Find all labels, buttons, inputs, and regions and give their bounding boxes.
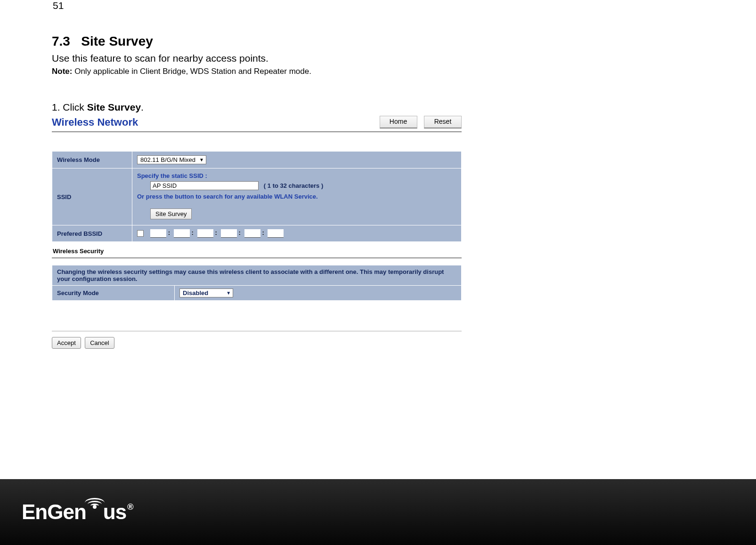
- bssid-seg-2[interactable]: [174, 229, 190, 238]
- step-prefix: 1. Click: [52, 102, 87, 112]
- section-description: Use this feature to scan for nearby acce…: [52, 53, 476, 64]
- embedded-ui-screenshot: Wireless Network Home Reset Wireless Mod…: [52, 116, 462, 349]
- logo-text-en: EnGen: [22, 500, 86, 524]
- row-security-mode: Security Mode Disabled ▼: [52, 286, 462, 301]
- section-name: Site Survey: [81, 34, 153, 48]
- action-row: Accept Cancel: [52, 331, 462, 349]
- wireless-mode-label: Wireless Mode: [52, 152, 132, 168]
- site-survey-button[interactable]: Site Survey: [150, 208, 192, 219]
- security-table: Changing the wireless security settings …: [52, 265, 462, 301]
- wireless-form-table: Wireless Mode 802.11 B/G/N Mixed ▼ SSID …: [52, 151, 462, 242]
- colon: :: [237, 229, 243, 236]
- bssid-seg-5[interactable]: [244, 229, 260, 238]
- ssid-or-press-text: Or press the button to search for any av…: [137, 193, 456, 200]
- logo-text-us: us: [103, 500, 126, 524]
- engenius-logo: EnGen us ®: [22, 500, 133, 524]
- ssid-input[interactable]: [150, 181, 259, 190]
- bssid-checkbox[interactable]: [137, 230, 144, 237]
- divider: [52, 331, 462, 331]
- note-text: Only applicable in Client Bridge, WDS St…: [72, 67, 311, 76]
- row-bssid: Prefered BSSID : : : : :: [52, 225, 462, 242]
- note-label: Note:: [52, 67, 72, 76]
- chevron-down-icon: ▼: [226, 290, 231, 296]
- wireless-security-subheading: Wireless Security: [53, 248, 462, 255]
- section-number: 7.3: [52, 34, 70, 48]
- colon: :: [166, 229, 172, 236]
- bssid-seg-6[interactable]: [268, 229, 284, 238]
- ssid-label: SSID: [52, 168, 132, 225]
- ssid-specify-text: Specify the static SSID :: [137, 172, 456, 179]
- section-title: 7.3 Site Survey: [52, 34, 476, 49]
- wireless-mode-field: 802.11 B/G/N Mixed ▼: [132, 152, 462, 168]
- colon: :: [260, 229, 266, 236]
- bssid-seg-3[interactable]: [197, 229, 213, 238]
- ui-header: Wireless Network Home Reset: [52, 116, 462, 132]
- registered-icon: ®: [127, 502, 133, 512]
- bssid-seg-4[interactable]: [221, 229, 237, 238]
- step-1: 1. Click Site Survey.: [52, 102, 476, 113]
- divider: [52, 257, 462, 258]
- bssid-label: Prefered BSSID: [52, 225, 132, 242]
- colon: :: [213, 229, 219, 236]
- colon: :: [190, 229, 195, 236]
- wireless-mode-value: 802.11 B/G/N Mixed: [140, 156, 195, 163]
- chevron-down-icon: ▼: [199, 157, 204, 162]
- step-suffix: .: [141, 102, 144, 112]
- ui-heading: Wireless Network: [52, 116, 138, 128]
- security-mode-label: Security Mode: [52, 286, 175, 301]
- bssid-field: : : : : :: [132, 225, 462, 242]
- bssid-seg-1[interactable]: [150, 229, 166, 238]
- row-wireless-mode: Wireless Mode 802.11 B/G/N Mixed ▼: [52, 152, 462, 168]
- ssid-field: Specify the static SSID : ( 1 to 32 char…: [132, 168, 462, 225]
- top-button-group: Home Reset: [375, 116, 462, 128]
- section-note: Note: Only applicable in Client Bridge, …: [52, 67, 476, 76]
- ssid-char-hint: ( 1 to 32 characters ): [264, 182, 323, 189]
- page-number: 51: [53, 0, 476, 11]
- page-footer: EnGen us ®: [0, 479, 756, 545]
- accept-button[interactable]: Accept: [52, 337, 81, 349]
- security-mode-value: Disabled: [183, 289, 208, 297]
- security-mode-select[interactable]: Disabled ▼: [179, 289, 233, 297]
- cancel-button[interactable]: Cancel: [85, 337, 114, 349]
- home-button[interactable]: Home: [380, 116, 417, 128]
- security-mode-field: Disabled ▼: [175, 286, 462, 301]
- row-ssid: SSID Specify the static SSID : ( 1 to 32…: [52, 168, 462, 225]
- reset-button[interactable]: Reset: [424, 116, 462, 128]
- step-bold: Site Survey: [87, 102, 141, 112]
- row-security-warning: Changing the wireless security settings …: [52, 265, 462, 286]
- security-warning-text: Changing the wireless security settings …: [52, 265, 462, 286]
- wifi-icon: [85, 499, 104, 513]
- wireless-mode-select[interactable]: 802.11 B/G/N Mixed ▼: [137, 155, 206, 164]
